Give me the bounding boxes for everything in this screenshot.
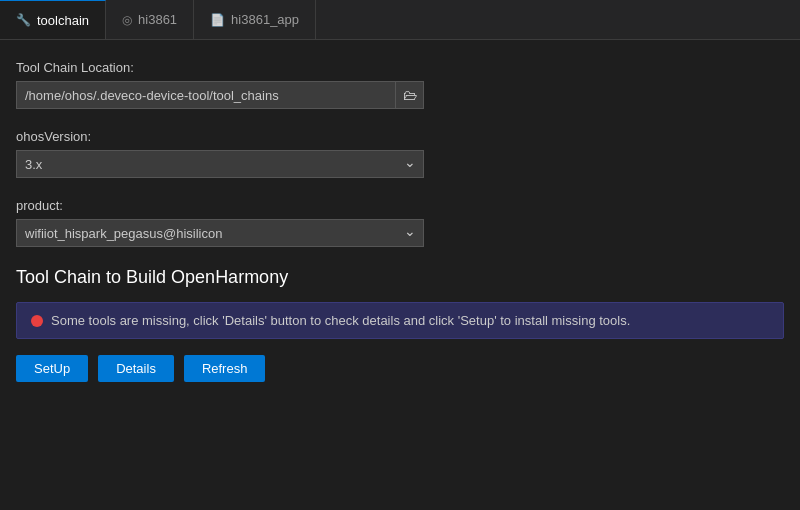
tab-toolchain[interactable]: 🔧 toolchain <box>0 0 106 39</box>
refresh-button[interactable]: Refresh <box>184 355 266 382</box>
ohos-version-select-wrapper: 3.x 2.x 1.x <box>16 150 424 178</box>
product-group: product: wifiiot_hispark_pegasus@hisilic… <box>16 198 784 247</box>
toolchain-location-label: Tool Chain Location: <box>16 60 784 75</box>
hi3861-app-icon: 📄 <box>210 13 225 27</box>
tab-hi3861[interactable]: ◎ hi3861 <box>106 0 194 39</box>
toolchain-icon: 🔧 <box>16 13 31 27</box>
content-area: Tool Chain Location: 🗁 ohosVersion: 3.x … <box>0 40 800 402</box>
details-button[interactable]: Details <box>98 355 174 382</box>
ohos-version-group: ohosVersion: 3.x 2.x 1.x <box>16 129 784 178</box>
section-title: Tool Chain to Build OpenHarmony <box>16 267 784 288</box>
warning-message: Some tools are missing, click 'Details' … <box>51 313 630 328</box>
tab-hi3861-label: hi3861 <box>138 12 177 27</box>
tab-hi3861-app-label: hi3861_app <box>231 12 299 27</box>
product-select[interactable]: wifiiot_hispark_pegasus@hisilicon <box>16 219 424 247</box>
toolchain-location-input[interactable] <box>16 81 396 109</box>
tab-toolchain-label: toolchain <box>37 13 89 28</box>
ohos-version-select[interactable]: 3.x 2.x 1.x <box>16 150 424 178</box>
warning-banner: Some tools are missing, click 'Details' … <box>16 302 784 339</box>
setup-button[interactable]: SetUp <box>16 355 88 382</box>
product-label: product: <box>16 198 784 213</box>
tab-hi3861-app[interactable]: 📄 hi3861_app <box>194 0 316 39</box>
product-select-wrapper: wifiiot_hispark_pegasus@hisilicon <box>16 219 424 247</box>
tab-bar: 🔧 toolchain ◎ hi3861 📄 hi3861_app <box>0 0 800 40</box>
action-buttons: SetUp Details Refresh <box>16 355 784 382</box>
toolchain-location-group: Tool Chain Location: 🗁 <box>16 60 784 109</box>
browse-button[interactable]: 🗁 <box>396 81 424 109</box>
hi3861-icon: ◎ <box>122 13 132 27</box>
toolchain-location-input-row: 🗁 <box>16 81 784 109</box>
folder-icon: 🗁 <box>403 87 417 103</box>
warning-icon <box>31 315 43 327</box>
ohos-version-label: ohosVersion: <box>16 129 784 144</box>
